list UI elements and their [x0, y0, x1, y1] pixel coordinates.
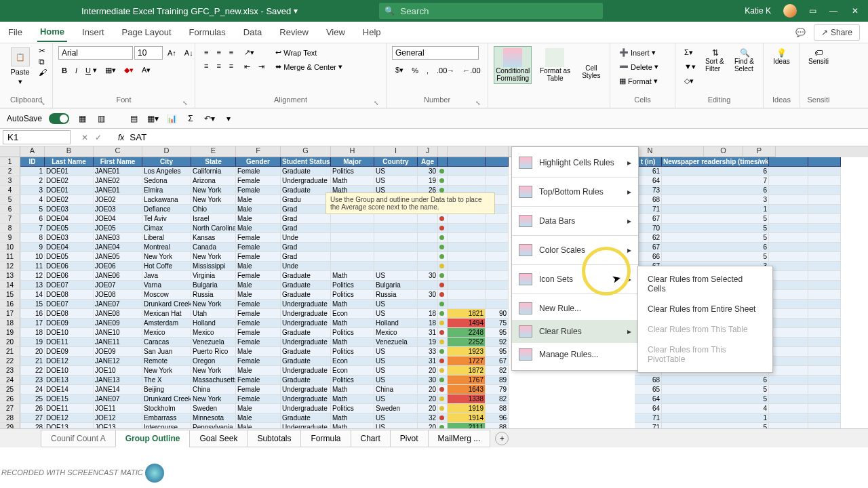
- sheet-tab[interactable]: Chart: [351, 430, 391, 447]
- inc-indent[interactable]: ⇥: [255, 60, 268, 73]
- col-header[interactable]: [448, 146, 486, 157]
- col-header[interactable]: O: [704, 146, 743, 157]
- dec-dec[interactable]: ←.00: [459, 64, 484, 77]
- bold[interactable]: B: [58, 64, 71, 77]
- clear-sheet[interactable]: Clear Rules from Entire Sheet: [638, 299, 772, 319]
- col-header[interactable]: B: [45, 146, 94, 157]
- sheet-tab[interactable]: Pivot: [390, 430, 429, 447]
- delete-cells[interactable]: ➖ Delete▾: [616, 60, 662, 73]
- align-mid[interactable]: ≡: [213, 46, 224, 58]
- col-header[interactable]: I: [374, 146, 418, 157]
- comments-icon[interactable]: 💬: [795, 28, 806, 37]
- cancel-icon[interactable]: ✕: [81, 133, 88, 142]
- qat-icon[interactable]: ▥: [95, 113, 107, 125]
- fx-icon[interactable]: fx: [118, 133, 124, 142]
- cf-clear-rules[interactable]: Clear Rules▸: [512, 320, 638, 343]
- copy-icon[interactable]: ⧉: [39, 57, 47, 66]
- avatar[interactable]: [783, 4, 797, 18]
- clear[interactable]: ◇▾: [681, 75, 699, 87]
- sensitivity-button[interactable]: 🏷Sensiti: [806, 46, 831, 67]
- col-header[interactable]: [438, 146, 448, 157]
- sheet-tab[interactable]: MailMerg ...: [428, 430, 491, 447]
- shrink-font[interactable]: A↓: [181, 46, 197, 60]
- tab-home[interactable]: Home: [37, 22, 67, 42]
- col-header[interactable]: [486, 146, 509, 157]
- col-header[interactable]: A: [20, 146, 45, 157]
- search-input[interactable]: [400, 6, 597, 16]
- align-center[interactable]: ≡: [213, 60, 224, 72]
- tab-view[interactable]: View: [323, 23, 348, 41]
- tab-page-layout[interactable]: Page Layout: [119, 23, 174, 41]
- accept-icon[interactable]: ✓: [95, 133, 102, 142]
- col-header[interactable]: E: [191, 146, 236, 157]
- accounting[interactable]: $▾: [392, 64, 407, 77]
- number-format[interactable]: [392, 46, 479, 60]
- share-button[interactable]: ↗ Share: [814, 24, 860, 41]
- font-select[interactable]: [58, 46, 133, 60]
- col-header[interactable]: H: [331, 146, 374, 157]
- inc-dec[interactable]: .00→: [433, 64, 458, 77]
- grow-font[interactable]: A↑: [164, 46, 180, 60]
- user-name[interactable]: Katie K: [745, 6, 771, 16]
- wrap-text[interactable]: ↩ Wrap Text: [272, 46, 346, 59]
- merge-center[interactable]: ⬌ Merge & Center ▾: [272, 60, 346, 73]
- spreadsheet-grid[interactable]: A B C D E F G H I J M N O P 123456789101…: [0, 146, 868, 428]
- align-top[interactable]: ≡: [201, 46, 212, 58]
- tab-formulas[interactable]: Formulas: [186, 23, 229, 41]
- align-right[interactable]: ≡: [226, 60, 237, 72]
- col-header[interactable]: G: [281, 146, 331, 157]
- cf-top-bottom[interactable]: Top/Bottom Rules▸: [512, 180, 638, 203]
- cf-highlight-rules[interactable]: Highlight Cells Rules▸: [512, 151, 638, 174]
- cell-styles-button[interactable]: Cell Styles: [578, 46, 604, 81]
- tab-data[interactable]: Data: [241, 23, 264, 41]
- col-header[interactable]: J: [418, 146, 438, 157]
- qat-sum-icon[interactable]: Σ: [184, 113, 197, 125]
- ribbon-display-icon[interactable]: ▭: [809, 6, 816, 16]
- insert-cells[interactable]: ➕ Insert▾: [616, 46, 662, 59]
- formula-input[interactable]: [124, 131, 868, 144]
- find-select[interactable]: 🔍Find & Select: [732, 46, 757, 75]
- qat-icon[interactable]: ▤: [127, 113, 140, 125]
- col-header[interactable]: D: [142, 146, 191, 157]
- autosave-toggle[interactable]: [49, 113, 69, 124]
- tab-review[interactable]: Review: [277, 23, 311, 41]
- align-bot[interactable]: ≡: [226, 46, 237, 58]
- dropdown-icon[interactable]: ▾: [294, 6, 298, 16]
- cf-data-bars[interactable]: Data Bars▸: [512, 209, 638, 232]
- search-box[interactable]: 🔍: [379, 3, 603, 19]
- percent[interactable]: %: [408, 64, 422, 77]
- borders[interactable]: ▦▾: [102, 64, 119, 77]
- tab-file[interactable]: File: [5, 23, 25, 41]
- format-as-table-button[interactable]: Format as Table: [536, 46, 574, 84]
- format-cells[interactable]: ▦ Format▾: [616, 75, 662, 87]
- sheet-tab[interactable]: Group Outline: [115, 430, 191, 447]
- col-header[interactable]: P: [743, 146, 776, 157]
- conditional-formatting-button[interactable]: Conditional Formatting: [494, 46, 532, 84]
- tab-help[interactable]: Help: [360, 23, 384, 41]
- qat-icon[interactable]: 📊: [165, 113, 178, 125]
- italic[interactable]: I: [72, 64, 81, 77]
- comma[interactable]: ,: [423, 64, 432, 77]
- name-box[interactable]: [3, 130, 71, 144]
- tab-insert[interactable]: Insert: [79, 23, 107, 41]
- fmt-painter-icon[interactable]: 🖌: [39, 68, 47, 77]
- underline[interactable]: U▾: [82, 64, 100, 77]
- qat-undo-icon[interactable]: ↶▾: [203, 113, 216, 125]
- qat-icon[interactable]: ▦▾: [146, 113, 159, 125]
- clear-selected[interactable]: Clear Rules from Selected Cells: [638, 269, 772, 299]
- orientation[interactable]: ↗▾: [241, 46, 268, 59]
- cf-manage-rules[interactable]: Manage Rules...: [512, 343, 638, 366]
- fill[interactable]: ▼▾: [681, 60, 699, 73]
- col-header[interactable]: C: [94, 146, 142, 157]
- col-header[interactable]: F: [236, 146, 281, 157]
- cut-icon[interactable]: ✂: [39, 46, 47, 56]
- fill-color[interactable]: ◆▾: [121, 64, 137, 77]
- sheet-tab[interactable]: Formula: [300, 430, 351, 447]
- qat-icon[interactable]: ▦: [76, 113, 88, 125]
- autosum[interactable]: Σ▾: [681, 46, 699, 59]
- font-size[interactable]: [134, 46, 163, 60]
- select-all[interactable]: [0, 146, 20, 157]
- font-color[interactable]: A▾: [138, 64, 154, 77]
- dec-indent[interactable]: ⇤: [241, 60, 254, 73]
- minimize-icon[interactable]: —: [829, 6, 838, 16]
